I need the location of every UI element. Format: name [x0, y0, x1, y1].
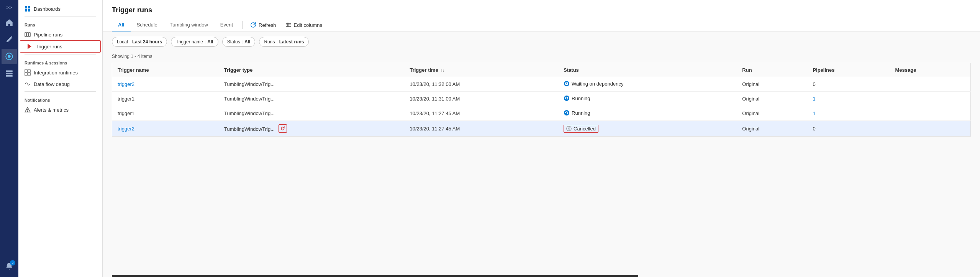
- cancelled-status: Cancelled: [564, 125, 598, 133]
- edit-columns-button[interactable]: Edit columns: [281, 20, 327, 30]
- page-title: Trigger runs: [112, 6, 971, 14]
- col-status: Status: [558, 63, 737, 77]
- pipelines-cell: 1: [807, 92, 890, 106]
- pipeline-link-2[interactable]: 1: [813, 110, 815, 116]
- trigger-time-cell: 10/23/20, 11:31:00 AM: [404, 92, 558, 106]
- message-cell: [890, 121, 971, 137]
- running-icon: [564, 95, 570, 101]
- horizontal-scrollbar[interactable]: [112, 275, 638, 277]
- pipeline-link[interactable]: 1: [813, 96, 815, 102]
- filter-runs[interactable]: Runs : Latest runs: [259, 37, 309, 47]
- data-flow-debug-label: Data flow debug: [34, 81, 70, 87]
- pipelines-cell: 1: [807, 106, 890, 121]
- dashboards-item[interactable]: Dashboards: [18, 3, 102, 15]
- home-nav-item[interactable]: [2, 15, 17, 30]
- svg-rect-5: [25, 6, 27, 8]
- trigger-name-link-4[interactable]: trigger2: [118, 126, 134, 132]
- col-trigger-type: Trigger type: [219, 63, 404, 77]
- refresh-button[interactable]: Refresh: [246, 20, 281, 30]
- status-cell: Running: [558, 92, 737, 106]
- trigger-type-cell: TumblingWindowTrig...: [219, 77, 404, 92]
- status-cell: Running: [558, 106, 737, 121]
- runs-section-label: Runs: [18, 18, 102, 29]
- alerts-metrics-item[interactable]: Alerts & metrics: [18, 104, 102, 115]
- filter-sep-2: :: [205, 39, 206, 45]
- trigger-type-text: TumblingWindowTrig...: [224, 126, 275, 132]
- running-icon-2: [564, 110, 570, 116]
- notifications-section-label: Notifications: [18, 93, 102, 104]
- trigger-type-cell: TumblingWindowTrig...: [219, 106, 404, 121]
- trigger-runs-item[interactable]: Trigger runs: [20, 40, 101, 53]
- tab-all[interactable]: All: [112, 19, 131, 31]
- svg-rect-15: [25, 73, 27, 75]
- filter-status[interactable]: Status : All: [222, 37, 256, 47]
- tabs-bar: All Schedule Tumbling window Event Refre…: [112, 19, 971, 31]
- refresh-row-icon: [280, 126, 285, 131]
- status-cell: Cancelled: [558, 121, 737, 137]
- trigger-name-cell: trigger2: [112, 121, 219, 137]
- filter-runs-key: Runs: [264, 39, 275, 45]
- expand-button[interactable]: >>: [5, 3, 13, 12]
- filter-trigger-key: Trigger name: [176, 39, 203, 45]
- data-flow-debug-item[interactable]: Data flow debug: [18, 78, 102, 90]
- svg-point-18: [27, 111, 28, 111]
- monitor-nav-item[interactable]: [2, 49, 17, 64]
- cancelled-icon: [566, 126, 572, 131]
- pipeline-runs-label: Pipeline runs: [34, 32, 62, 38]
- manage-nav-item[interactable]: [2, 66, 17, 81]
- filter-bar: Local : Last 24 hours Trigger name : All…: [103, 31, 980, 51]
- svg-rect-9: [25, 33, 26, 36]
- filter-trigger-name[interactable]: Trigger name : All: [171, 37, 218, 47]
- pipeline-runs-item[interactable]: Pipeline runs: [18, 29, 102, 40]
- svg-rect-11: [29, 33, 30, 36]
- filter-local-time[interactable]: Local : Last 24 hours: [112, 37, 167, 47]
- table-row: trigger2 TumblingWindowTrig... 10/23: [112, 121, 971, 137]
- columns-icon: [285, 22, 292, 28]
- trigger-type-cell: TumblingWindowTrig...: [219, 92, 404, 106]
- tab-event[interactable]: Event: [214, 19, 239, 31]
- svg-point-28: [564, 110, 569, 115]
- svg-marker-12: [28, 44, 31, 49]
- col-pipelines: Pipelines: [807, 63, 890, 77]
- filter-trigger-val: All: [207, 39, 213, 45]
- pipelines-cell: 0: [807, 77, 890, 92]
- filter-status-val: All: [244, 39, 250, 45]
- col-message: Message: [890, 63, 971, 77]
- trigger-name-link[interactable]: trigger2: [118, 81, 134, 87]
- showing-text: Showing 1 - 4 items: [112, 51, 971, 63]
- table-row: trigger1 TumblingWindowTrig... 10/23/20,…: [112, 92, 971, 106]
- waiting-icon: [564, 81, 570, 87]
- alerts-metrics-label: Alerts & metrics: [34, 107, 69, 113]
- dashboards-label: Dashboards: [34, 6, 61, 12]
- trigger-runs-table: Trigger name Trigger type Trigger time ↑…: [112, 63, 971, 137]
- tab-schedule[interactable]: Schedule: [131, 19, 164, 31]
- status-text: Waiting on dependency: [572, 81, 623, 87]
- svg-rect-2: [6, 71, 13, 72]
- svg-rect-13: [25, 70, 27, 72]
- trigger-time-cell: 10/23/20, 11:32:00 AM: [404, 77, 558, 92]
- table-row: trigger1 TumblingWindowTrig... 10/23/20,…: [112, 106, 971, 121]
- trigger-time-cell: 10/23/20, 11:27:45 AM: [404, 106, 558, 121]
- col-run: Run: [737, 63, 807, 77]
- trigger-runs-label: Trigger runs: [36, 44, 62, 49]
- author-nav-item[interactable]: [2, 32, 17, 47]
- filter-runs-val: Latest runs: [279, 39, 304, 45]
- main-content: Trigger runs All Schedule Tumbling windo…: [103, 0, 980, 277]
- svg-rect-4: [6, 75, 13, 77]
- run-cell: Original: [737, 92, 807, 106]
- notification-nav-item[interactable]: 2: [2, 259, 17, 274]
- filter-sep-4: :: [276, 39, 277, 45]
- tab-tumbling-window[interactable]: Tumbling window: [164, 19, 214, 31]
- svg-rect-8: [28, 9, 30, 12]
- main-header: Trigger runs All Schedule Tumbling windo…: [103, 0, 980, 31]
- message-cell: [890, 77, 971, 92]
- svg-point-27: [565, 98, 566, 99]
- refresh-icon: [250, 22, 256, 28]
- sidebar: Dashboards Runs Pipeline runs Trigger ru…: [18, 0, 103, 277]
- run-cell: Original: [737, 106, 807, 121]
- col-trigger-time[interactable]: Trigger time ↑↓: [404, 63, 558, 77]
- edit-columns-label: Edit columns: [294, 22, 322, 28]
- integration-runtimes-item[interactable]: Integration runtimes: [18, 67, 102, 78]
- svg-rect-14: [28, 70, 30, 72]
- refresh-action-icon[interactable]: [279, 124, 287, 133]
